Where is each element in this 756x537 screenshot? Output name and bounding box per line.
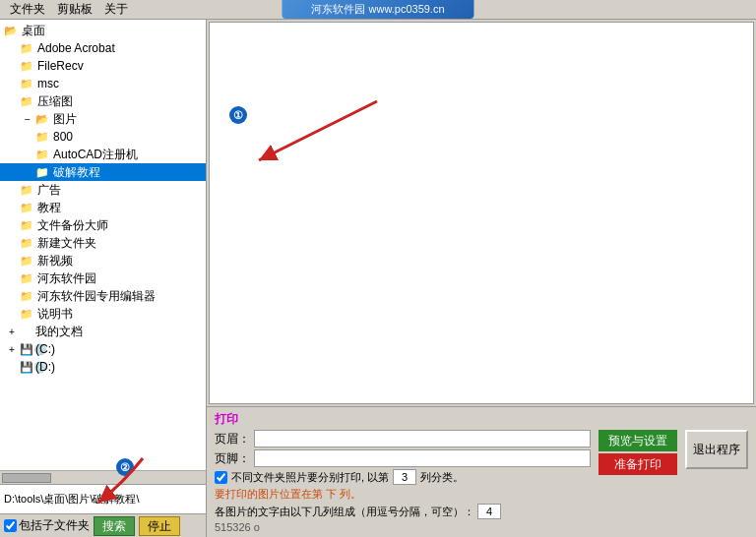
tree-label: Adobe Acrobat [37, 41, 115, 55]
print-compose-row: 各图片的文字由以下几列组成（用逗号分隔，可空）： [215, 504, 591, 519]
print-fields: 页眉： 页脚： 不同文件夹照片要分别打印, 以第 [215, 430, 591, 533]
print-option-row: 不同文件夹照片要分别打印, 以第 列分类。 [215, 469, 591, 485]
tree-label: AutoCAD注册机 [53, 147, 138, 163]
folder-icon [20, 254, 35, 268]
tree-label: 说明书 [37, 306, 73, 323]
option-text2: 列分类。 [420, 470, 464, 485]
print-header-row: 页眉： [215, 430, 591, 448]
menu-clipboard[interactable]: 剪贴板 [51, 1, 98, 18]
tree-item-hedong-editor[interactable]: 河东软件园专用编辑器 [0, 287, 206, 305]
folder-icon [20, 41, 35, 55]
folder-icon [20, 236, 35, 250]
tree-item-newvideo[interactable]: 新视频 [0, 252, 206, 269]
exit-button[interactable]: 退出程序 [685, 430, 748, 469]
preview-button[interactable]: 预览与设置 [598, 430, 677, 451]
option-text: 不同文件夹照片要分别打印, 以第 [231, 470, 389, 485]
tree-item-hedong[interactable]: 河东软件园 [0, 269, 206, 287]
tree-label: 新建文件夹 [37, 235, 96, 252]
folder-icon [20, 77, 35, 90]
tree-item-tutorial[interactable]: 教程 [0, 199, 206, 216]
tree-label: 我的文档 [35, 324, 83, 340]
print-info-row: 要打印的图片位置在第 下 列。 [215, 487, 591, 502]
stop-button[interactable]: 停止 [139, 516, 180, 536]
folder-open-icon [35, 112, 51, 126]
horizontal-scrollbar[interactable] [0, 470, 206, 484]
folder-icon [20, 94, 35, 108]
compose-text: 各图片的文字由以下几列组成（用逗号分隔，可空）： [215, 506, 474, 517]
header-label: 页眉： [215, 431, 250, 448]
folder-icon [20, 218, 35, 232]
annotation-2: ② [116, 458, 134, 476]
folder-icon [20, 201, 35, 214]
menu-file[interactable]: 文件夹 [4, 1, 51, 18]
folder-icon [35, 165, 51, 179]
separate-folder-checkbox[interactable] [215, 471, 227, 484]
path-text: D:\tools\桌面\图片\破解教程\ [4, 492, 202, 507]
page-indicator: 下 [326, 488, 340, 500]
tree-label: (C:) [35, 342, 55, 356]
tree-item-cdrive[interactable]: + 💿 (C:) [0, 340, 206, 358]
print-title: 打印 [215, 411, 748, 428]
scroll-thumb[interactable] [2, 473, 51, 483]
tree-item-compress[interactable]: 压缩图 [0, 92, 206, 110]
folder-icon [20, 183, 35, 197]
tree-label: 河东软件园专用编辑器 [37, 288, 156, 305]
tree-item-backup[interactable]: 文件备份大师 [0, 216, 206, 234]
col-input[interactable] [393, 469, 416, 485]
drive-icon: 💿 [20, 361, 35, 374]
tree-item-newfolder[interactable]: 新建文件夹 [0, 234, 206, 252]
footer-input[interactable] [254, 449, 591, 467]
tree-label: 新视频 [37, 253, 73, 269]
folder-open-icon [4, 24, 20, 37]
tree-item-manual[interactable]: 说明书 [0, 305, 206, 323]
tree-item-autocad[interactable]: AutoCAD注册机 [0, 146, 206, 163]
expand-icon[interactable]: + [4, 344, 20, 355]
tree-label: 桌面 [22, 23, 45, 39]
folder-icon [20, 307, 35, 321]
menu-about[interactable]: 关于 [98, 1, 134, 18]
subfolder-checkbox-label[interactable]: 包括子文件夹 [4, 517, 90, 534]
tree-item-adobe[interactable]: Adobe Acrobat [0, 39, 206, 57]
tree-label: 文件备份大师 [37, 217, 108, 234]
compose-input[interactable] [477, 504, 501, 519]
tree-label: msc [37, 77, 59, 90]
header-input[interactable] [254, 430, 591, 448]
tree-item-crack-tutorial[interactable]: 破解教程 [0, 163, 206, 181]
expand-icon[interactable]: + [4, 327, 20, 337]
expand-icon[interactable]: − [20, 114, 35, 125]
page-count: 515326 o [215, 521, 591, 533]
tree-view[interactable]: 桌面 Adobe Acrobat FileRecv [0, 20, 206, 470]
tree-label: 压缩图 [37, 93, 73, 110]
menu-bar: 文件夹 剪贴板 关于 河东软件园 www.pc0359.cn [0, 0, 756, 20]
tree-item-mydocs[interactable]: + 我的文档 [0, 323, 206, 340]
tree-item-msc[interactable]: msc [0, 75, 206, 92]
tree-item-filerecv[interactable]: FileRecv [0, 57, 206, 75]
subfolder-checkbox[interactable] [4, 519, 17, 532]
tree-label: 广告 [37, 182, 61, 199]
tree-item-desktop[interactable]: 桌面 [0, 22, 206, 39]
annotation-1: ① [229, 106, 247, 124]
tree-item-ddrive[interactable]: 💿 (D:) [0, 358, 206, 376]
tree-label: 教程 [37, 200, 61, 216]
arrow-1 [239, 82, 407, 180]
tree-item-ad[interactable]: 广告 [0, 181, 206, 199]
footer-label: 页脚： [215, 450, 250, 467]
tree-label: FileRecv [37, 59, 84, 73]
folder-icon [35, 130, 51, 144]
print-button[interactable]: 准备打印 [598, 453, 677, 475]
left-panel: 桌面 Adobe Acrobat FileRecv [0, 20, 207, 537]
drive-icon: 💿 [20, 343, 35, 356]
print-section: 打印 页眉： 页脚： [207, 406, 756, 537]
preview-area: ① [209, 22, 754, 404]
tree-item-800[interactable]: 800 [0, 128, 206, 146]
tree-label: 800 [53, 130, 73, 144]
folder-icon [20, 289, 35, 303]
print-buttons: 预览与设置 准备打印 [598, 430, 677, 475]
path-display: D:\tools\桌面\图片\破解教程\ [0, 484, 206, 513]
tree-label: (D:) [35, 360, 55, 374]
tree-label-selected: 破解教程 [53, 164, 100, 181]
tree-item-images[interactable]: − 图片 [0, 110, 206, 128]
search-button[interactable]: 搜索 [94, 516, 135, 536]
print-footer-row: 页脚： [215, 449, 591, 467]
info-text: 要打印的图片位置在第 [215, 488, 323, 500]
